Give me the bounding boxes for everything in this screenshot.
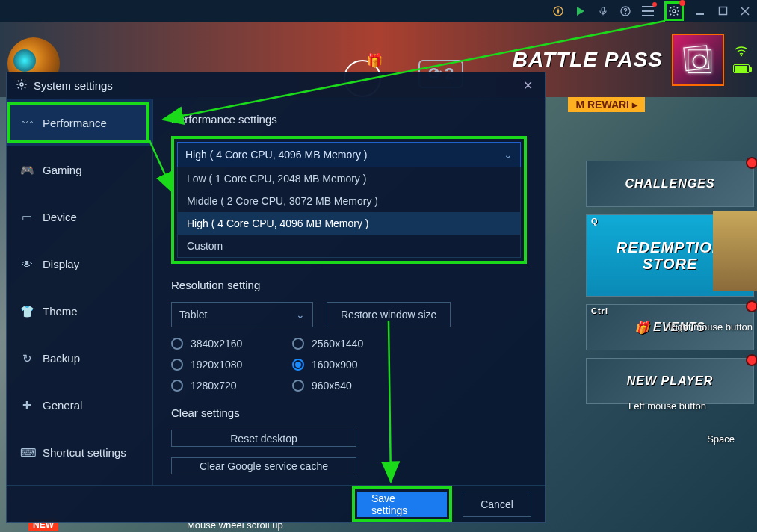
svg-point-9 (741, 55, 742, 56)
device-select[interactable]: Tablet ⌄ (171, 302, 313, 327)
resolution-radio-2560x1440[interactable]: 2560x1440 (292, 338, 404, 350)
cancel-button[interactable]: Cancel (463, 492, 531, 517)
phone-icon: ▭ (20, 211, 34, 224)
sidebar-item-display[interactable]: 👁Display (7, 241, 152, 288)
clear-cache-button[interactable]: Clear Google service cache (171, 457, 356, 474)
help-icon[interactable] (619, 5, 631, 17)
play-store-icon[interactable] (575, 5, 587, 17)
resolution-radio-960x540[interactable]: 960x540 (292, 380, 404, 392)
performance-options: Low ( 1 Core CPU, 2048 MB Memory )Middle… (177, 167, 521, 258)
sidebar-item-label: General (43, 399, 82, 412)
sidebar-item-label: Device (43, 211, 77, 223)
gear-icon-frame (664, 1, 684, 21)
keyboard-icon: ⌨ (20, 446, 34, 460)
settings-dialog: System settings ✕ 〰Performance🎮Gaming▭De… (6, 72, 546, 523)
sidebar-item-label: Performance (43, 117, 107, 129)
radio-label: 1280x720 (191, 380, 237, 392)
close-icon[interactable]: ✕ (520, 75, 536, 96)
sidebar-item-general[interactable]: ✚General (7, 382, 152, 429)
maximize-icon[interactable] (717, 5, 729, 17)
save-frame: Save settings (352, 486, 452, 522)
radio-dot (171, 359, 183, 371)
sidebar-item-performance[interactable]: 〰Performance (7, 99, 152, 146)
chevron-down-icon: ⌄ (504, 149, 513, 161)
settings-content: Performance settings High ( 4 Core CPU, … (153, 99, 545, 485)
performance-option[interactable]: High ( 4 Core CPU, 4096 MB Memory ) (178, 212, 520, 235)
reset-desktop-button[interactable]: Reset desktop (171, 430, 356, 447)
sidebar-item-label: Gaming (43, 164, 82, 176)
radio-dot (171, 338, 183, 350)
save-button[interactable]: Save settings (357, 492, 447, 517)
radio-label: 1600x900 (312, 359, 358, 371)
sidebar-item-gaming[interactable]: 🎮Gaming (7, 146, 152, 194)
resolution-radio-1280x720[interactable]: 1280x720 (171, 380, 283, 392)
radio-label: 3840x2160 (191, 338, 242, 350)
gift-icon[interactable]: 🎁 (366, 52, 383, 69)
radio-dot (171, 380, 183, 392)
close-icon[interactable] (739, 5, 751, 17)
radio-dot (292, 338, 304, 350)
tile-new-player[interactable]: NEW PLAYER (586, 358, 754, 404)
performance-option[interactable]: Middle ( 2 Core CPU, 3072 MB Memory ) (178, 190, 520, 212)
sidebar-item-backup[interactable]: ↻Backup (7, 335, 152, 382)
hamburger-icon[interactable] (642, 5, 654, 17)
resolution-radios: 3840x21602560x14401920x10801600x9001280x… (171, 338, 527, 392)
resolution-section-label: Resolution setting (171, 279, 527, 291)
performance-selected: High ( 4 Core CPU, 4096 MB Memory ) (185, 149, 368, 161)
minimize-icon[interactable] (694, 5, 706, 17)
shirt-icon: 👕 (20, 305, 34, 318)
wifi-icon (735, 46, 748, 60)
radio-label: 960x540 (312, 380, 352, 392)
tile-challenges[interactable]: CHALLENGES (586, 161, 754, 207)
svg-point-4 (673, 10, 676, 13)
settings-sidebar: 〰Performance🎮Gaming▭Device👁Display👕Theme… (7, 99, 153, 485)
activity-icon: 〰 (20, 117, 34, 129)
battery-icon (733, 64, 750, 73)
microphone-icon[interactable] (597, 5, 609, 17)
svg-point-8 (693, 55, 706, 68)
performance-option[interactable]: Custom (178, 235, 520, 257)
dialog-footer: Save settings Cancel (7, 485, 545, 522)
sidebar-item-label: Shortcut settings (43, 446, 126, 459)
resolution-radio-1600x900[interactable]: 1600x900 (292, 359, 404, 371)
right-tiles: CHALLENGES Q Z REDEMPTION STORE Ctrl 🎁EV… (586, 161, 754, 404)
resolution-radio-1920x1080[interactable]: 1920x1080 (171, 359, 283, 371)
svg-point-10 (20, 83, 23, 86)
sidebar-item-theme[interactable]: 👕Theme (7, 288, 152, 335)
puzzle-icon: ✚ (20, 399, 34, 412)
eye-icon: 👁 (20, 258, 34, 270)
radio-dot (292, 380, 304, 392)
performance-frame: High ( 4 Core CPU, 4096 MB Memory ) ⌄ Lo… (171, 136, 527, 264)
gear-icon (16, 78, 28, 93)
compass-icon[interactable] (552, 5, 564, 17)
battle-pass-title: BATTLE PASS (513, 48, 663, 72)
hint-left-mouse: Left mouse button (628, 400, 706, 412)
radio-label: 2560x1440 (312, 338, 363, 350)
sidebar-item-device[interactable]: ▭Device (7, 194, 152, 241)
chevron-down-icon: ⌄ (296, 309, 305, 321)
sidebar-item-label: Backup (43, 352, 80, 365)
performance-dropdown[interactable]: High ( 4 Core CPU, 4096 MB Memory ) ⌄ Lo… (177, 142, 521, 258)
radio-dot (292, 359, 304, 371)
sidebar-item-label: Theme (43, 305, 78, 318)
battle-pass-card[interactable] (672, 34, 724, 86)
resolution-radio-3840x2160[interactable]: 3840x2160 (171, 338, 283, 350)
performance-option[interactable]: Low ( 1 Core CPU, 2048 MB Memory ) (178, 167, 520, 190)
gamepad-icon: 🎮 (20, 164, 34, 177)
restore-window-button[interactable]: Restore window size (327, 302, 451, 327)
settings-header: System settings ✕ (7, 72, 545, 99)
clear-section-label: Clear settings (171, 406, 527, 419)
titlebar (0, 0, 757, 22)
svg-point-3 (625, 13, 625, 13)
refresh-icon: ↻ (20, 352, 34, 365)
tile-redemption[interactable]: Q Z REDEMPTION STORE (586, 214, 754, 297)
reward-strip[interactable]: M REWARI▸ (568, 97, 645, 112)
performance-dropdown-toggle[interactable]: High ( 4 Core CPU, 4096 MB Memory ) ⌄ (177, 142, 521, 167)
gear-icon[interactable] (668, 5, 680, 17)
sidebar-item-label: Display (43, 258, 79, 270)
settings-title: System settings (34, 79, 514, 92)
sidebar-item-shortcut-settings[interactable]: ⌨Shortcut settings (7, 429, 152, 476)
svg-rect-5 (719, 7, 726, 15)
hint-right-mouse: Right mouse button (668, 321, 753, 332)
perf-section-label: Performance settings (171, 113, 527, 126)
